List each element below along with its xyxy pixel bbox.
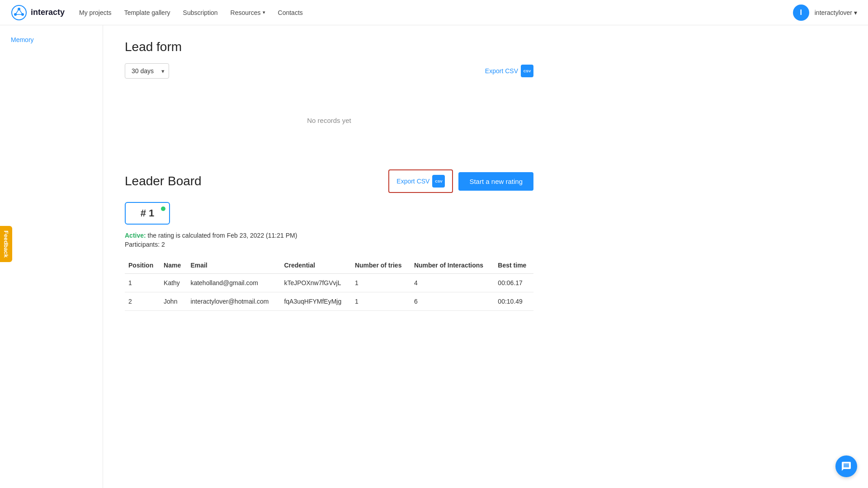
lead-form-toolbar: 7 days 30 days 90 days All time Export C… [125,63,533,79]
no-records-message: No records yet [125,89,533,151]
page-wrapper: Memory Lead form 7 days 30 days 90 days … [0,25,868,488]
rating-info: Active: the rating is calculated from Fe… [125,232,533,248]
feedback-tab[interactable]: Feedback [0,226,12,262]
table-cell: 2 [125,292,160,311]
sidebar: Memory [0,25,103,488]
leaderboard-section: Leader Board Export CSV CSV Start a new … [125,169,533,311]
col-best-time: Best time [494,257,533,274]
chat-icon [841,461,852,472]
table-cell: 1 [351,274,410,292]
filter-dropdown-wrapper: 7 days 30 days 90 days All time [125,63,169,79]
rating-card[interactable]: # 1 [125,202,170,225]
col-interactions: Number of Interactions [410,257,494,274]
nav-template-gallery[interactable]: Template gallery [124,9,170,16]
logo-icon [11,5,27,21]
user-avatar[interactable]: I [793,5,809,21]
nav-contacts[interactable]: Contacts [278,9,303,16]
table-cell: 1 [125,274,160,292]
table-row: 1Kathykateholland@gmail.comkTeJPOXnw7fGV… [125,274,533,292]
svg-line-6 [15,9,19,14]
leaderboard-header: Leader Board Export CSV CSV Start a new … [125,169,533,193]
table-cell: kTeJPOXnw7fGVvjL [280,274,351,292]
username[interactable]: interactylover ▾ [815,9,857,16]
table-cell: kateholland@gmail.com [187,274,280,292]
table-cell: 00:06.17 [494,274,533,292]
table-header-row: Position Name Email Credential Number of… [125,257,533,274]
leaderboard-csv-icon: CSV [432,175,445,188]
leaderboard-actions: Export CSV CSV Start a new rating [388,169,533,193]
csv-icon: CSV [521,65,533,77]
logo-text: interacty [31,8,65,17]
col-name: Name [160,257,187,274]
col-credential: Credential [280,257,351,274]
rating-number: # 1 [141,207,155,219]
leaderboard-export-csv-button[interactable]: Export CSV CSV [388,169,453,193]
active-dot [161,206,165,211]
chat-bubble[interactable] [835,455,857,477]
table-cell: Kathy [160,274,187,292]
nav-my-projects[interactable]: My projects [79,9,112,16]
navbar-right: I interactylover ▾ [793,5,857,21]
lead-form-title: Lead form [125,40,533,54]
col-position: Position [125,257,160,274]
table-cell: John [160,292,187,311]
table-cell: fqA3uqHFYMfEyMjg [280,292,351,311]
table-cell: interactylover@hotmail.com [187,292,280,311]
sidebar-item-memory[interactable]: Memory [0,33,103,47]
leaderboard-table: Position Name Email Credential Number of… [125,257,533,311]
start-new-rating-button[interactable]: Start a new rating [458,172,533,191]
chevron-down-icon: ▾ [854,9,857,16]
navbar: interacty My projects Template gallery S… [0,0,868,25]
lead-form-section: Lead form 7 days 30 days 90 days All tim… [125,40,533,151]
lead-form-export-csv[interactable]: Export CSV CSV [485,65,533,77]
table-cell: 1 [351,292,410,311]
nav-resources[interactable]: Resources [231,9,265,16]
navbar-links: My projects Template gallery Subscriptio… [79,9,793,16]
main-content: Lead form 7 days 30 days 90 days All tim… [103,25,555,488]
col-tries: Number of tries [351,257,410,274]
filter-dropdown[interactable]: 7 days 30 days 90 days All time [125,63,169,79]
table-row: 2Johninteractylover@hotmail.comfqA3uqHFY… [125,292,533,311]
logo[interactable]: interacty [11,5,65,21]
rating-active-status: Active: the rating is calculated from Fe… [125,232,533,239]
svg-point-0 [12,5,26,20]
nav-subscription[interactable]: Subscription [183,9,218,16]
svg-line-4 [19,9,23,14]
table-cell: 00:10.49 [494,292,533,311]
table-cell: 4 [410,274,494,292]
rating-participants: Participants: 2 [125,241,533,248]
leaderboard-title: Leader Board [125,174,202,188]
col-email: Email [187,257,280,274]
table-cell: 6 [410,292,494,311]
